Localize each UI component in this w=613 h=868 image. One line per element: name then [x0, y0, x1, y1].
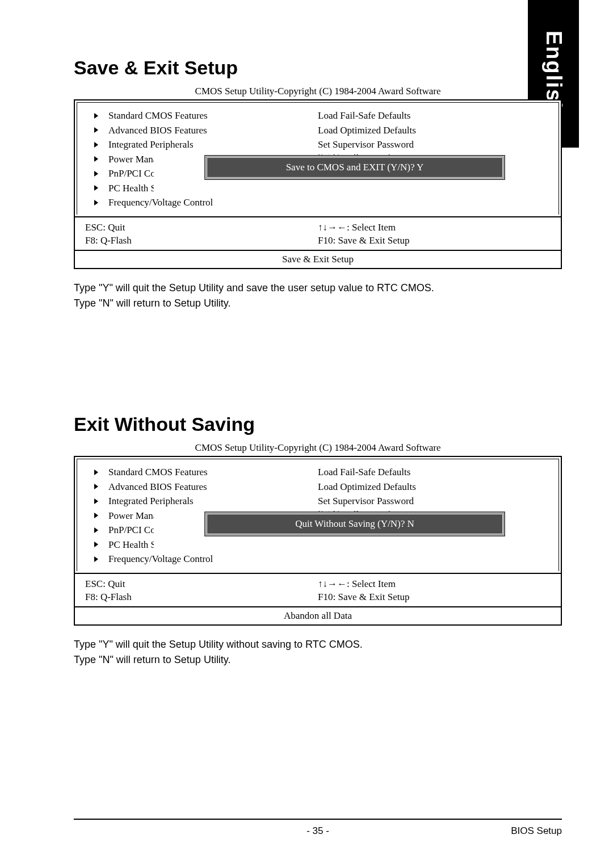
hint-f8: F8: Q-Flash	[85, 590, 318, 604]
bios-caption: Save & Exit Setup	[75, 250, 561, 268]
hint-esc: ESC: Quit	[85, 221, 318, 234]
bios-box: Standard CMOS Features Advanced BIOS Fea…	[74, 99, 562, 269]
arrow-icon	[94, 513, 98, 518]
arrow-icon	[94, 498, 98, 504]
description: Type "Y" will quit the Setup Utility wit…	[74, 637, 562, 668]
section-exit-without-saving: Exit Without Saving CMOS Setup Utility-C…	[74, 413, 562, 668]
page-footer: - 35 - BIOS Setup	[74, 819, 562, 837]
arrow-icon	[94, 527, 98, 533]
arrow-icon	[94, 113, 98, 119]
menu-label: Standard CMOS Features	[108, 465, 208, 480]
hint-f10: F10: Save & Exit Setup	[318, 590, 551, 604]
menu-label: Integrated Peripherals	[108, 137, 194, 152]
desc-line: Type "Y" will quit the Setup Utility wit…	[74, 637, 562, 652]
arrow-icon	[94, 142, 98, 148]
arrow-icon	[94, 156, 98, 162]
menu-item[interactable]: Frequency/Voltage Control	[87, 552, 318, 567]
menu-label: Power Management Setup	[108, 509, 154, 523]
menu-label: Set Supervisor Password	[318, 137, 414, 152]
desc-line: Type "N" will return to Setup Utility.	[74, 652, 562, 668]
arrow-icon	[94, 469, 98, 475]
desc-line: Type "N" will return to Setup Utility.	[74, 296, 562, 311]
menu-item[interactable]: Load Fail-Safe Defaults	[318, 465, 548, 480]
arrow-icon	[94, 556, 98, 562]
menu-label: Load Fail-Safe Defaults	[318, 108, 410, 123]
hint-arrows: ↑↓→←: Select Item	[318, 577, 551, 591]
section-save-exit: Save & Exit Setup CMOS Setup Utility-Cop…	[74, 57, 562, 311]
menu-item[interactable]: Standard CMOS Features	[87, 108, 318, 123]
bios-title: CMOS Setup Utility-Copyright (C) 1984-20…	[74, 86, 562, 97]
arrow-icon	[94, 200, 98, 206]
heading-save-exit: Save & Exit Setup	[74, 57, 562, 79]
menu-label: Load Optimized Defaults	[318, 480, 416, 494]
menu-item[interactable]: Frequency/Voltage Control	[87, 195, 318, 210]
bios-footer-hints: ESC: Quit F8: Q-Flash ↑↓→←: Select Item …	[75, 217, 561, 250]
menu-label: Frequency/Voltage Control	[108, 552, 213, 567]
menu-label: Standard CMOS Features	[108, 108, 208, 123]
bios-box: Standard CMOS Features Advanced BIOS Fea…	[74, 456, 562, 626]
arrow-icon	[94, 171, 98, 177]
menu-item[interactable]: PC Health Status	[87, 538, 318, 552]
save-confirm-popup[interactable]: Save to CMOS and EXIT (Y/N)? Y	[205, 156, 504, 179]
hint-f10: F10: Save & Exit Setup	[318, 234, 551, 248]
menu-item[interactable]: Set Supervisor Password	[318, 494, 548, 509]
hint-f8: F8: Q-Flash	[85, 234, 318, 248]
arrow-icon	[94, 542, 98, 547]
quit-confirm-popup[interactable]: Quit Without Saving (Y/N)? N	[205, 513, 504, 535]
page-content: Save & Exit Setup CMOS Setup Utility-Cop…	[0, 0, 613, 713]
menu-label: Advanced BIOS Features	[108, 480, 207, 494]
menu-label: Set Supervisor Password	[318, 494, 414, 509]
bios-caption: Abandon all Data	[75, 606, 561, 624]
menu-label: Advanced BIOS Features	[108, 123, 207, 138]
menu-item[interactable]: Load Optimized Defaults	[318, 123, 548, 138]
footer-right: BIOS Setup	[511, 825, 562, 837]
menu-label: PC Health Status	[108, 181, 154, 196]
menu-item[interactable]: Standard CMOS Features	[87, 465, 318, 480]
menu-item[interactable]: PC Health Status	[87, 181, 318, 196]
menu-label: PnP/PCI Configurations	[108, 166, 154, 181]
arrow-icon	[94, 484, 98, 489]
bios-footer-hints: ESC: Quit F8: Q-Flash ↑↓→←: Select Item …	[75, 574, 561, 607]
page-number: - 35 -	[306, 825, 329, 837]
arrow-icon	[94, 127, 98, 133]
description: Type "Y" will quit the Setup Utility and…	[74, 280, 562, 311]
menu-label: Frequency/Voltage Control	[108, 195, 213, 210]
menu-label: Load Fail-Safe Defaults	[318, 465, 410, 480]
menu-label: Power Management Setup	[108, 152, 154, 167]
menu-item[interactable]: Advanced BIOS Features	[87, 480, 318, 494]
menu-item[interactable]: Load Optimized Defaults	[318, 480, 548, 494]
menu-label: Integrated Peripherals	[108, 494, 194, 509]
menu-item[interactable]: Integrated Peripherals	[87, 137, 318, 152]
menu-label: PnP/PCI Configurations	[108, 523, 154, 538]
menu-label: PC Health Status	[108, 538, 154, 552]
hint-arrows: ↑↓→←: Select Item	[318, 221, 551, 234]
menu-item[interactable]: Set Supervisor Password	[318, 137, 548, 152]
arrow-icon	[94, 185, 98, 191]
heading-exit-without-saving: Exit Without Saving	[74, 413, 562, 435]
hint-esc: ESC: Quit	[85, 577, 318, 591]
desc-line: Type "Y" will quit the Setup Utility and…	[74, 280, 562, 296]
bios-title: CMOS Setup Utility-Copyright (C) 1984-20…	[74, 442, 562, 454]
menu-item[interactable]: Integrated Peripherals	[87, 494, 318, 509]
menu-item[interactable]: Load Fail-Safe Defaults	[318, 108, 548, 123]
menu-label: Load Optimized Defaults	[318, 123, 416, 138]
menu-item[interactable]: Advanced BIOS Features	[87, 123, 318, 138]
